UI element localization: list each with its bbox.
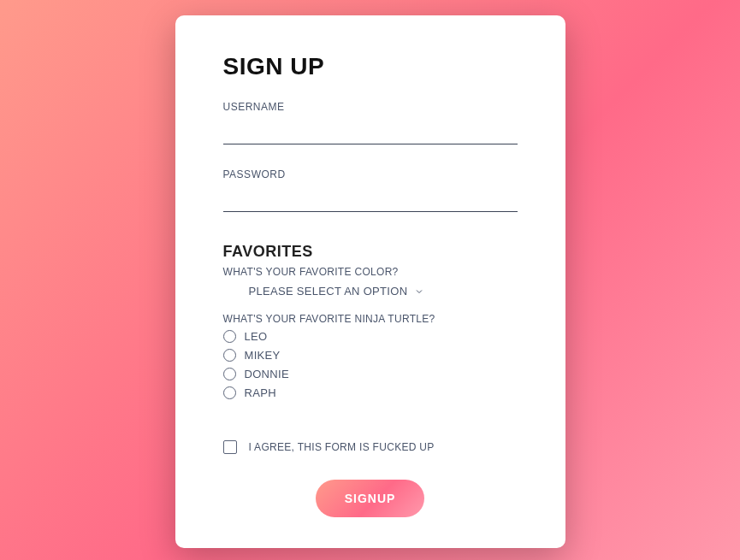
- radio-icon: [223, 349, 236, 362]
- turtle-radio-list: LEO MIKEY DONNIE RAPH: [223, 330, 518, 399]
- agree-label: I AGREE, THIS FORM IS FUCKED UP: [249, 441, 435, 453]
- turtle-radio-label: MIKEY: [245, 349, 281, 362]
- turtle-radio-leo[interactable]: LEO: [223, 330, 518, 343]
- turtle-radio-label: DONNIE: [245, 368, 289, 380]
- username-label: USERNAME: [223, 101, 518, 113]
- username-input[interactable]: [223, 118, 518, 144]
- password-label: PASSWORD: [223, 168, 518, 180]
- favorite-color-select[interactable]: PLEASE SELECT AN OPTION: [223, 285, 518, 298]
- chevron-down-icon: [414, 286, 424, 297]
- agree-checkbox[interactable]: I AGREE, THIS FORM IS FUCKED UP: [223, 440, 518, 454]
- turtle-radio-label: RAPH: [245, 386, 276, 399]
- signup-button[interactable]: SIGNUP: [316, 480, 425, 517]
- favorite-color-selected: PLEASE SELECT AN OPTION: [249, 285, 408, 298]
- favorites-heading: FAVORITES: [223, 243, 518, 261]
- radio-icon: [223, 330, 236, 343]
- radio-icon: [223, 368, 236, 380]
- checkbox-icon: [223, 440, 237, 454]
- turtle-radio-mikey[interactable]: MIKEY: [223, 349, 518, 362]
- username-group: USERNAME: [223, 101, 518, 144]
- password-input[interactable]: [223, 186, 518, 212]
- password-group: PASSWORD: [223, 168, 518, 212]
- turtle-radio-donnie[interactable]: DONNIE: [223, 368, 518, 380]
- favorite-color-question: WHAT'S YOUR FAVORITE COLOR?: [223, 266, 518, 278]
- radio-icon: [223, 386, 236, 399]
- turtle-radio-raph[interactable]: RAPH: [223, 386, 518, 399]
- submit-row: SIGNUP: [223, 480, 518, 517]
- turtle-radio-label: LEO: [245, 330, 268, 343]
- page-title: SIGN UP: [223, 53, 518, 80]
- signup-card: SIGN UP USERNAME PASSWORD FAVORITES WHAT…: [175, 15, 565, 548]
- favorite-turtle-question: WHAT'S YOUR FAVORITE NINJA TURTLE?: [223, 313, 518, 325]
